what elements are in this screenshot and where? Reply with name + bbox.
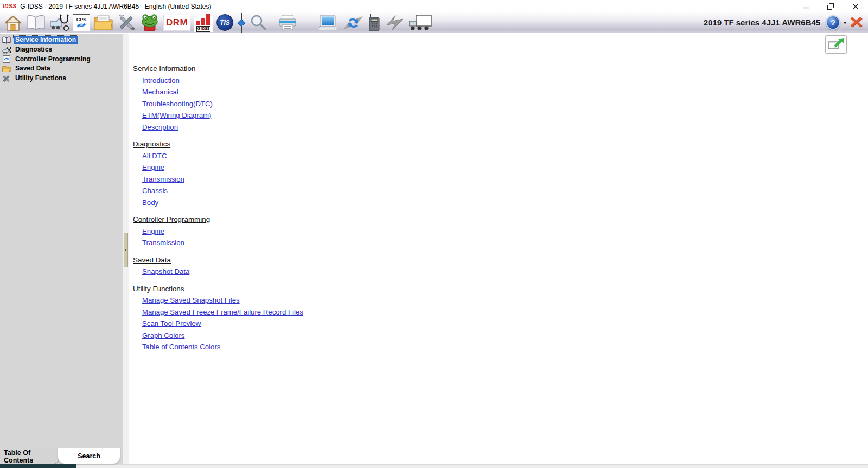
content-link-all-dtc[interactable]: All DTC (142, 150, 167, 162)
cps-sync-arrows-icon (76, 22, 87, 28)
collapse-sidebar-handle[interactable]: ‹ (124, 233, 128, 267)
content-link-snapshot-data[interactable]: Snapshot Data (142, 266, 189, 278)
bottom-strip-dark (0, 464, 76, 468)
sidebar-item-service-information[interactable]: Service Information (0, 35, 123, 45)
content-link-chassis[interactable]: Chassis (142, 185, 168, 197)
close-session-button[interactable]: ✕ (848, 15, 864, 30)
vehicle-truck-button[interactable] (407, 12, 434, 33)
cps-label: CPS (76, 17, 87, 22)
toc-section-diagnostics: Diagnostics All DTCEngineTransmissionCha… (129, 138, 868, 208)
title-bar: IDSS G-IDSS - 2019 TF series 4JJ1 AWR6B4… (0, 0, 868, 12)
frog-utility-button[interactable] (138, 12, 162, 33)
saved-data-button[interactable] (92, 12, 115, 33)
saved-data-folder-icon (93, 14, 113, 31)
service-manuals-button[interactable] (24, 12, 48, 33)
content-link-manage-saved-snapshot-files[interactable]: Manage Saved Snapshot Files (142, 294, 240, 306)
connector-button[interactable] (235, 12, 248, 33)
section-heading: Utility Functions (133, 283, 184, 295)
help-dropdown-caret-icon[interactable]: ▾ (844, 20, 846, 25)
content-link-engine[interactable]: Engine (142, 226, 164, 238)
toc-section-utility-functions: Utility Functions Manage Saved Snapshot … (129, 283, 868, 353)
flash-reprogram-button[interactable] (383, 12, 407, 33)
book-icon (2, 36, 11, 44)
content-link-transmission[interactable]: Transmission (142, 237, 184, 249)
print-button[interactable] (276, 12, 299, 33)
cps-programming-button[interactable]: CPS (71, 12, 92, 33)
laptop-display-button[interactable] (315, 12, 341, 33)
utility-functions-button[interactable] (115, 12, 138, 33)
drm-button[interactable]: DRM (162, 12, 192, 33)
content-link-introduction[interactable]: Introduction (142, 75, 180, 87)
popout-window-button[interactable] (825, 35, 847, 54)
content-link-manage-saved-freeze-frame-failure-record-files[interactable]: Manage Saved Freeze Frame/Failure Record… (142, 306, 303, 318)
section-heading: Diagnostics (133, 138, 170, 150)
scan-tool-radio-button[interactable] (366, 12, 383, 33)
sidebar-item-saved-data[interactable]: Saved Data (0, 64, 123, 74)
content-link-etm-wiring-diagram[interactable]: ETM(Wiring Diagram) (142, 110, 211, 121)
bottom-tab-bar: Table Of Contents Search (0, 448, 120, 464)
drm-label: DRM (166, 17, 188, 28)
help-button[interactable]: ? (826, 15, 840, 30)
content-panel: Service Information IntroductionMechanic… (129, 34, 868, 464)
sidebar-toc-panel: Service Information Diagnostics Controll… (0, 34, 123, 464)
sync-icon (342, 14, 364, 31)
content-link-graph-colors[interactable]: Graph Colors (142, 330, 184, 342)
restore-icon (827, 3, 834, 10)
content-link-body[interactable]: Body (142, 197, 158, 209)
tab-table-of-contents[interactable]: Table Of Contents (0, 449, 60, 464)
content-link-table-of-contents-colors[interactable]: Table of Contents Colors (142, 341, 220, 353)
connector-icon (237, 13, 246, 33)
utility-tools-icon (117, 14, 136, 31)
drm-icon: DRM (163, 15, 190, 31)
red-bar-chart-icon (195, 14, 212, 26)
toolbar-right-group: 2019 TF series 4JJ1 AWR6B45 ? ▾ ✕ (704, 15, 863, 30)
radio-icon (367, 14, 381, 31)
minimize-icon (803, 3, 809, 9)
window-controls (793, 0, 868, 12)
print-icon (277, 14, 298, 31)
restore-button[interactable] (818, 0, 843, 12)
app-logo-idss-icon: IDSS (3, 4, 16, 9)
close-button[interactable] (843, 0, 868, 12)
toc-section-service-information: Service Information IntroductionMechanic… (129, 63, 868, 133)
home-button[interactable] (2, 12, 24, 33)
gidss-report-button[interactable]: G-IDSS (192, 12, 215, 33)
sidebar-tree: Service Information Diagnostics Controll… (0, 35, 123, 83)
content-link-scan-tool-preview[interactable]: Scan Tool Preview (142, 318, 201, 330)
tis-button[interactable]: TIS (215, 12, 235, 33)
tools-icon (2, 75, 11, 82)
frog-icon (139, 14, 160, 32)
sidebar-item-diagnostics[interactable]: Diagnostics (0, 45, 123, 55)
sidebar-item-utility-functions[interactable]: Utility Functions (0, 74, 123, 84)
folder-icon (2, 65, 11, 72)
content-link-mechanical[interactable]: Mechanical (142, 86, 178, 98)
vehicle-diagnostics-button[interactable] (48, 12, 71, 33)
toc-section-saved-data: Saved Data Snapshot Data (129, 254, 868, 278)
sidebar-item-controller-programming[interactable]: Controller Programming (0, 54, 123, 64)
search-button[interactable] (248, 12, 269, 33)
minimize-button[interactable] (793, 0, 818, 12)
main-area: Service Information Diagnostics Controll… (0, 34, 868, 464)
chevron-left-icon: ‹ (125, 247, 127, 253)
tis-icon: TIS (216, 14, 233, 31)
vehicle-session-label: 2019 TF series 4JJ1 AWR6B45 (704, 18, 820, 27)
gidss-chart-label: G-IDSS (196, 26, 210, 31)
content-link-troubleshooting-dtc[interactable]: Troubleshooting(DTC) (142, 98, 213, 110)
tab-search[interactable]: Search (58, 448, 120, 464)
main-toolbar: CPS (0, 12, 868, 33)
cps-icon (2, 55, 11, 63)
flash-reprogram-icon (385, 14, 405, 31)
home-icon (4, 14, 22, 31)
close-icon (852, 3, 859, 10)
section-heading: Service Information (133, 63, 195, 75)
laptop-icon (316, 14, 339, 31)
content-link-transmission[interactable]: Transmission (142, 174, 184, 185)
popout-icon (827, 37, 845, 52)
sync-data-button[interactable] (341, 12, 366, 33)
content-link-engine[interactable]: Engine (142, 162, 164, 174)
content-link-description[interactable]: Description (142, 121, 178, 133)
toc-sections: Service Information IntroductionMechanic… (129, 34, 868, 353)
panel-splitter[interactable]: ‹ (123, 34, 129, 464)
cps-programming-icon: CPS (73, 14, 90, 31)
section-heading: Saved Data (133, 254, 171, 266)
